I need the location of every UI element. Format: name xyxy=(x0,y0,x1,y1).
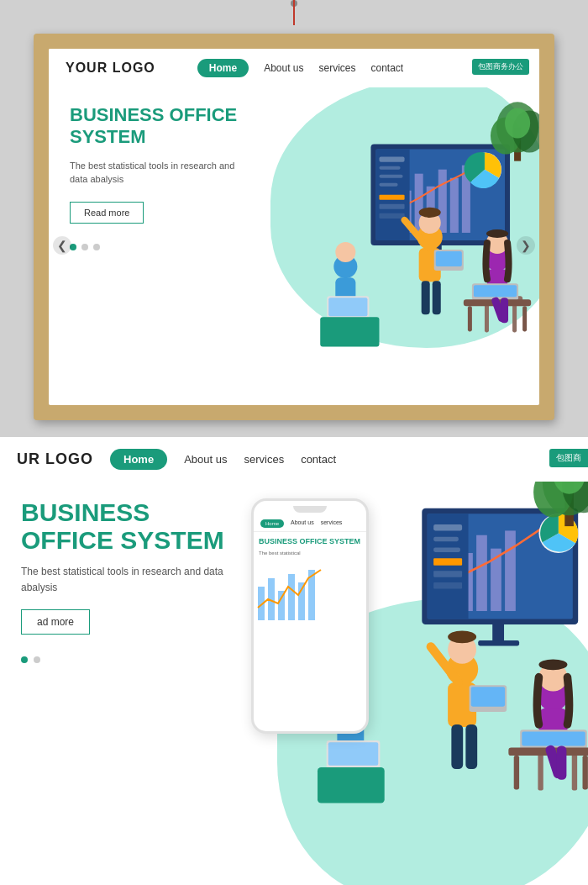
prev-icon: ❮ xyxy=(57,239,67,252)
hero-title: BUSINESS OFFICE SYSTEM xyxy=(70,104,253,149)
svg-rect-107 xyxy=(522,731,585,745)
bottom-slide-dots xyxy=(21,656,234,663)
svg-rect-97 xyxy=(471,687,505,706)
svg-rect-95 xyxy=(465,724,477,769)
next-arrow[interactable]: ❯ xyxy=(517,236,535,255)
hanging-wire xyxy=(293,0,295,25)
svg-rect-15 xyxy=(379,175,402,178)
next-icon: ❯ xyxy=(521,239,531,252)
bottom-nav-about[interactable]: About us xyxy=(184,453,227,466)
svg-rect-19 xyxy=(379,213,404,219)
bottom-read-more-button[interactable]: ad more xyxy=(21,609,90,635)
phone-nav-services-label: services xyxy=(321,519,343,528)
svg-rect-71 xyxy=(505,530,516,611)
bottom-hero: BUSINESS OFFICE SYSTEM The best statisti… xyxy=(0,482,588,883)
bottom-section: UR LOGO Home About us services contact 包… xyxy=(0,437,588,885)
bottom-hero-subtitle: The best statistical tools in research a… xyxy=(21,564,234,596)
svg-rect-34 xyxy=(421,281,429,314)
svg-rect-77 xyxy=(433,558,462,565)
svg-rect-110 xyxy=(583,756,588,789)
phone-nav-about-label: About us xyxy=(291,519,314,528)
svg-rect-88 xyxy=(328,742,378,766)
nav-services[interactable]: services xyxy=(319,62,356,74)
svg-rect-35 xyxy=(433,281,441,314)
svg-rect-13 xyxy=(379,157,404,162)
phone-notch xyxy=(293,506,327,513)
svg-rect-37 xyxy=(436,251,462,266)
hero-left: BUSINESS OFFICE SYSTEM The best statisti… xyxy=(49,87,270,403)
logo: YOUR LOGO xyxy=(66,61,155,76)
bottom-nav-items: Home About us services contact xyxy=(110,449,336,470)
svg-rect-109 xyxy=(514,756,519,789)
nav-items: Home About us services contact xyxy=(197,59,403,77)
phone-text: The best statistical xyxy=(259,550,361,556)
bottom-nav-contact[interactable]: contact xyxy=(301,453,336,466)
phone-nav-home-label: Home xyxy=(260,519,284,528)
hero-subtitle: The best statistical tools in research a… xyxy=(70,159,253,187)
svg-rect-41 xyxy=(512,303,517,332)
bottom-logo: UR LOGO xyxy=(17,450,93,468)
dot-3[interactable] xyxy=(93,244,100,250)
svg-point-24 xyxy=(335,242,355,262)
svg-rect-14 xyxy=(379,166,400,170)
svg-point-105 xyxy=(538,659,567,670)
phone-content: BUSINESS OFFICE SYSTEM The best statisti… xyxy=(254,532,366,561)
bottom-nav-services[interactable]: services xyxy=(244,453,284,466)
bottom-navbar: UR LOGO Home About us services contact 包… xyxy=(0,437,588,482)
svg-rect-28 xyxy=(328,298,367,316)
svg-rect-75 xyxy=(433,537,459,541)
svg-rect-94 xyxy=(451,724,463,769)
svg-rect-17 xyxy=(379,195,404,200)
slide-dots xyxy=(70,244,253,250)
frame-outer: YOUR LOGO Home About us services contact… xyxy=(34,34,554,420)
bottom-hero-title: BUSINESS OFFICE SYSTEM xyxy=(21,498,234,554)
nav-contact[interactable]: contact xyxy=(371,62,404,74)
svg-rect-69 xyxy=(476,535,487,611)
bottom-hero-left: BUSINESS OFFICE SYSTEM The best statisti… xyxy=(0,482,247,883)
svg-rect-112 xyxy=(557,745,567,779)
svg-rect-79 xyxy=(433,582,462,588)
hero-right xyxy=(270,87,539,403)
svg-rect-81 xyxy=(478,640,519,645)
svg-rect-8 xyxy=(450,178,459,233)
svg-point-45 xyxy=(486,229,508,238)
svg-rect-76 xyxy=(433,548,460,552)
svg-point-57 xyxy=(505,108,530,138)
scene-illustration xyxy=(270,87,539,403)
tag-label: 包图商务办公 xyxy=(472,59,529,75)
frame-section: YOUR LOGO Home About us services contact… xyxy=(0,0,588,437)
svg-rect-47 xyxy=(474,285,517,297)
svg-rect-74 xyxy=(433,524,462,530)
svg-rect-89 xyxy=(318,767,385,803)
nav-about[interactable]: About us xyxy=(264,62,303,74)
svg-rect-80 xyxy=(492,624,504,640)
svg-rect-40 xyxy=(485,303,489,332)
hero-section: ❮ BUSINESS OFFICE SYSTEM The best statis… xyxy=(49,87,539,403)
svg-rect-18 xyxy=(379,204,404,209)
phone-mockup: Home About us services BUSINESS OFFICE S… xyxy=(251,498,369,734)
svg-point-93 xyxy=(448,630,476,643)
read-more-button[interactable]: Read more xyxy=(70,202,144,224)
svg-rect-29 xyxy=(320,317,379,346)
svg-point-33 xyxy=(418,208,440,218)
navbar: YOUR LOGO Home About us services contact xyxy=(49,49,539,87)
svg-rect-16 xyxy=(379,183,397,187)
svg-rect-52 xyxy=(501,298,508,323)
svg-rect-100 xyxy=(538,753,543,791)
bottom-nav-home[interactable]: Home xyxy=(110,449,167,470)
phone-chart xyxy=(254,561,363,629)
bottom-tag: 包图商 xyxy=(549,449,588,467)
bottom-hero-right: Home About us services BUSINESS OFFICE S… xyxy=(247,482,588,883)
prev-arrow[interactable]: ❮ xyxy=(53,236,71,255)
dot-2[interactable] xyxy=(81,244,88,250)
svg-rect-78 xyxy=(433,571,462,577)
svg-rect-61 xyxy=(288,574,295,620)
phone-nav: Home About us services xyxy=(254,516,366,532)
nav-home[interactable]: Home xyxy=(197,59,249,77)
bottom-dot-1[interactable] xyxy=(21,656,28,663)
svg-rect-101 xyxy=(572,753,577,791)
frame-inner: YOUR LOGO Home About us services contact… xyxy=(49,49,539,405)
svg-rect-50 xyxy=(522,306,527,331)
bottom-dot-2[interactable] xyxy=(34,656,40,663)
svg-rect-49 xyxy=(468,306,472,331)
